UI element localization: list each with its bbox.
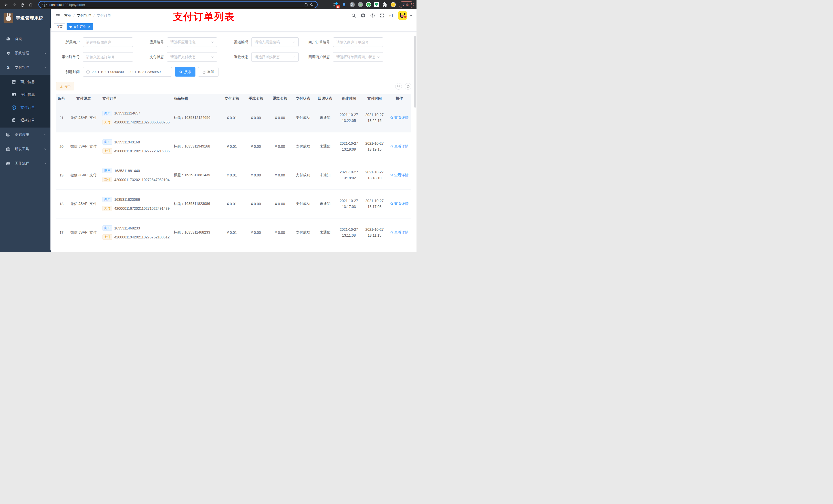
- reset-button[interactable]: 重置: [198, 67, 218, 77]
- breadcrumb-current: 支付订单: [97, 13, 111, 18]
- merchant-select[interactable]: [83, 38, 133, 47]
- sidebar-item-label: 退款订单: [21, 118, 35, 123]
- refund-status-select[interactable]: 请选择退款状态: [251, 52, 299, 62]
- notify-status: 未通知: [314, 161, 336, 190]
- profile-avatar-icon[interactable]: [390, 2, 396, 7]
- merchant-order-input-wrap[interactable]: [333, 38, 383, 47]
- magnifier-icon: [390, 116, 394, 119]
- share-icon[interactable]: [303, 2, 309, 7]
- filter-merchant-order-label: 商户订单编号: [308, 40, 333, 45]
- sidebar-item-merchant-info[interactable]: 商户信息: [0, 75, 51, 88]
- pay-status-select[interactable]: 请选择支付状态: [167, 52, 217, 62]
- sidebar-item-dev-tools[interactable]: 研发工具: [0, 142, 51, 156]
- table-row-partial: 商户1635311351786: [56, 247, 411, 252]
- font-size-icon[interactable]: TT: [388, 13, 394, 19]
- site-info-icon[interactable]: i: [43, 3, 47, 7]
- sidebar-item-workflow[interactable]: 工作流程: [0, 156, 51, 171]
- fullscreen-icon[interactable]: [379, 13, 385, 19]
- breadcrumb-payment[interactable]: 支付管理: [77, 13, 91, 18]
- fee-amount: ¥ 0.00: [244, 161, 268, 190]
- empty-cell: [362, 247, 387, 252]
- column-header: 退款金额: [268, 94, 292, 103]
- product-title: 标题：1635311468233: [171, 218, 220, 247]
- tag-home[interactable]: 首页: [54, 23, 65, 30]
- view-detail-link[interactable]: 查看详情: [390, 116, 409, 120]
- user-avatar[interactable]: [398, 11, 407, 20]
- sidebar-item-home[interactable]: 首页: [0, 32, 51, 46]
- pay-amount: ¥ 0.01: [220, 218, 244, 247]
- callback-status-select[interactable]: 请选择订单回调商户状态: [333, 52, 383, 62]
- channel-order-input-wrap[interactable]: [83, 52, 133, 62]
- merchant-input[interactable]: [86, 40, 129, 44]
- pay-status: 支付成功: [292, 218, 314, 247]
- pay-order-tag: 支付: [102, 234, 112, 240]
- extension-y-icon[interactable]: y: [366, 2, 371, 7]
- create-time: 2021-10-2713:11:08: [336, 218, 362, 247]
- breadcrumb-home[interactable]: 首页: [64, 13, 71, 18]
- refund-amount: ¥ 0.00: [268, 161, 292, 190]
- browser-home-icon[interactable]: [27, 1, 34, 8]
- extension-command-icon[interactable]: ⌘: [350, 2, 355, 7]
- main-area: 首页 / 支付管理 / 支付订单 支付订单列表: [51, 9, 416, 252]
- search-button[interactable]: 搜索: [175, 67, 195, 77]
- bookmark-star-icon[interactable]: [309, 2, 314, 7]
- sidebar-item-label: 工作流程: [15, 161, 44, 166]
- refund-amount: ¥ 0.00: [268, 132, 292, 161]
- help-icon[interactable]: [370, 13, 375, 19]
- product-title: 标题：1635311949168: [171, 132, 220, 161]
- github-icon[interactable]: [360, 13, 366, 19]
- search-icon[interactable]: [351, 13, 356, 19]
- sidebar-item-payment[interactable]: ¥ 支付管理: [0, 61, 51, 75]
- url-path: :1024/pay/order: [62, 3, 85, 7]
- table-row: 19微信 JSAPI 支付商户1635311881440支付4200001173…: [56, 161, 411, 190]
- row-actions: 查看详情: [387, 161, 411, 190]
- sidebar-fold-icon[interactable]: [53, 11, 63, 20]
- extension-dot-icon[interactable]: [358, 2, 363, 7]
- chevron-down-icon: [44, 162, 47, 165]
- app-logo-row[interactable]: 芋道管理系统: [0, 11, 51, 25]
- sidebar-item-pay-order[interactable]: 支付订单: [0, 101, 51, 114]
- empty-cell: [336, 247, 362, 252]
- avatar-dropdown-caret[interactable]: [410, 15, 412, 16]
- tag-pay-order[interactable]: 支付订单 ×: [67, 23, 93, 30]
- view-detail-link[interactable]: 查看详情: [390, 144, 409, 149]
- sidebar-item-app-info[interactable]: 应用信息: [0, 88, 51, 101]
- app-select[interactable]: 请选择应用信息: [167, 38, 217, 47]
- extension-gem-icon[interactable]: [341, 2, 347, 7]
- page-scrollbar[interactable]: [414, 36, 416, 107]
- filter-pay-status-label: 支付状态: [142, 55, 167, 59]
- browser-back-icon[interactable]: [3, 1, 9, 8]
- extension-chat-icon[interactable]: [374, 2, 379, 7]
- chevron-down-icon: [211, 41, 214, 44]
- channel-code-select[interactable]: 请输入渠道编码: [251, 38, 299, 47]
- channel-pay-no: 4200001194202110276752100612: [114, 235, 170, 239]
- view-detail-link[interactable]: 查看详情: [390, 230, 409, 235]
- refresh-button[interactable]: [405, 83, 411, 90]
- browser-forward-icon[interactable]: [11, 1, 18, 8]
- sidebar-item-system[interactable]: 系统管理: [0, 46, 51, 61]
- browser-update-button[interactable]: 更新: [399, 1, 414, 8]
- top-navbar: 首页 / 支付管理 / 支付订单 支付订单列表: [51, 9, 416, 22]
- extensions-puzzle-icon[interactable]: [382, 2, 387, 7]
- merchant-order-input[interactable]: [336, 40, 380, 44]
- toggle-search-button[interactable]: [395, 83, 402, 90]
- browser-menu-icon[interactable]: [411, 3, 412, 6]
- pay-time: 2021-10-2713:11:15: [362, 218, 387, 247]
- sidebar-item-label: 商户信息: [21, 80, 35, 84]
- sidebar-item-refund-order[interactable]: 退款订单: [0, 114, 51, 127]
- tag-close-icon[interactable]: ×: [88, 25, 90, 28]
- channel-order-input[interactable]: [86, 55, 129, 59]
- merchant-order-no: 1635311823086: [114, 197, 140, 201]
- sidebar-item-infrastructure[interactable]: 基础设施: [0, 127, 51, 142]
- notify-status: 未通知: [314, 132, 336, 161]
- create-time-range-picker[interactable]: 2021-10-01 00:00:00 - 2021-10-31 23:59:5…: [83, 67, 172, 77]
- browser-reload-icon[interactable]: [19, 1, 26, 8]
- extension-diamond-icon[interactable]: 10: [333, 2, 338, 7]
- export-button[interactable]: 导出: [56, 82, 74, 90]
- pay-order-tag: 支付: [102, 148, 112, 154]
- view-detail-link[interactable]: 查看详情: [390, 173, 409, 177]
- merchant-order-tag: 商户: [102, 225, 112, 231]
- view-detail-link[interactable]: 查看详情: [390, 201, 409, 206]
- address-bar[interactable]: i localhost :1024/pay/order: [39, 1, 318, 8]
- pay-order-tag: 支付: [102, 120, 112, 125]
